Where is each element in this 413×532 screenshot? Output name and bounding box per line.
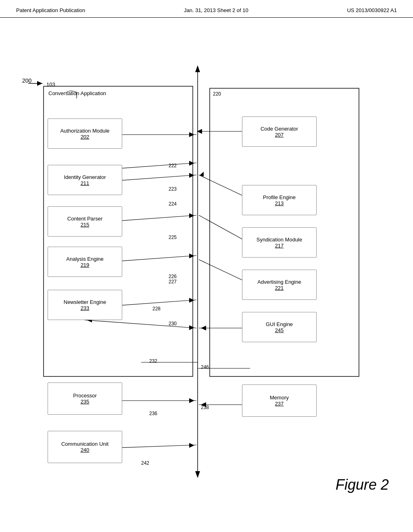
content-parser-box: Content Parser 215 [48, 206, 122, 237]
gui-engine-box: GUI Engine 245 [242, 312, 317, 342]
memory-box: Memory 237 [242, 384, 317, 417]
svg-marker-7 [189, 132, 194, 137]
svg-marker-32 [189, 298, 194, 303]
label-232: 232 [149, 358, 157, 364]
label-228: 228 [152, 306, 161, 312]
svg-marker-35 [189, 325, 194, 330]
svg-marker-10 [189, 173, 194, 178]
svg-line-33 [85, 320, 196, 328]
svg-marker-52 [37, 81, 42, 86]
communication-unit-box: Communication Unit 240 [48, 431, 122, 463]
analysis-engine-box: Analysis Engine 219 [48, 247, 122, 277]
conversation-app-label: Conversation Application [48, 90, 106, 96]
label-220: 220 [213, 91, 221, 97]
header-left: Patent Application Publication [16, 7, 85, 13]
label-103: 103 [46, 81, 55, 87]
svg-marker-2 [195, 471, 200, 478]
processor-box: Processor 235 [48, 382, 122, 415]
svg-marker-38 [201, 326, 206, 330]
label-242: 242 [141, 460, 149, 466]
label-226: 226 [169, 274, 177, 279]
label-222: 222 [169, 163, 177, 168]
label-230: 230 [169, 321, 177, 326]
diagram-area: 200 103 Conversation Application 220 Aut… [0, 18, 413, 517]
header-middle: Jan. 31, 2013 Sheet 2 of 10 [184, 7, 248, 13]
header-right: US 2013/0030922 A1 [347, 7, 397, 13]
svg-marker-49 [189, 443, 194, 448]
label-246: 246 [201, 364, 209, 370]
svg-marker-13 [189, 161, 194, 166]
label-227: 227 [169, 279, 177, 285]
svg-marker-16 [197, 129, 202, 134]
svg-marker-43 [189, 398, 194, 403]
syndication-module-box: Syndication Module 217 [242, 227, 317, 258]
label-223: 223 [169, 186, 177, 192]
figure-label: Figure 2 [336, 476, 389, 493]
label-238: 238 [201, 405, 209, 410]
advertising-engine-box: Advertising Engine 221 [242, 270, 317, 300]
svg-marker-27 [189, 254, 194, 258]
newsletter-engine-box: Newsletter Engine 233 [48, 290, 122, 320]
label-224: 224 [169, 201, 177, 207]
page-header: Patent Application Publication Jan. 31, … [0, 0, 413, 18]
svg-marker-22 [189, 213, 194, 218]
label-236: 236 [149, 411, 157, 416]
label-225: 225 [169, 235, 177, 240]
profile-engine-box: Profile Engine 213 [242, 185, 317, 215]
svg-marker-19 [200, 172, 204, 177]
identity-generator-box: Identity Generator 211 [48, 165, 122, 195]
svg-marker-1 [195, 65, 200, 72]
authorization-module-box: Authorization Module 202 [48, 118, 122, 149]
code-generator-box: Code Generator 207 [242, 116, 317, 147]
